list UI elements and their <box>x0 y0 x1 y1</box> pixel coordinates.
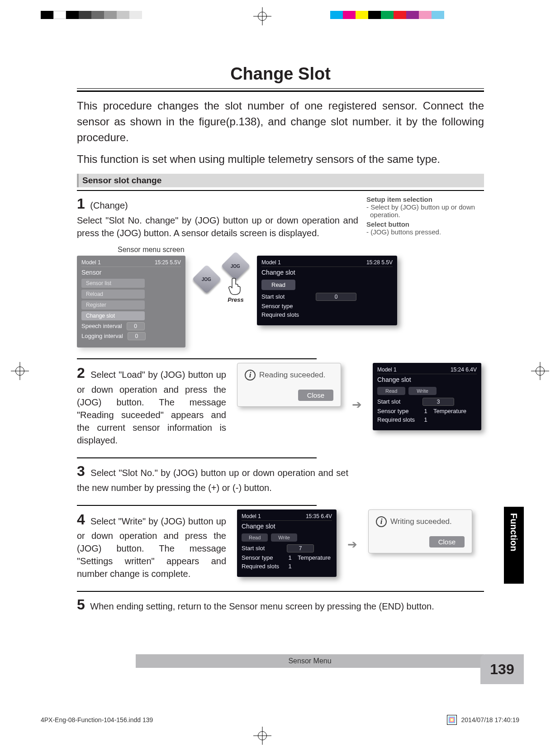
lcd4-read-button: Read <box>242 533 268 542</box>
side-notes: Setup item selection - Select by (JOG) b… <box>366 194 484 239</box>
lcd4-required-slots-label: Required slots <box>242 563 282 570</box>
lcd2-time: 15:28 5.5V <box>366 259 393 266</box>
lcd2-required-slots-label: Required slots <box>261 311 299 318</box>
dialog-writing-message: Writing suceeded. <box>390 517 452 526</box>
lcd4-sensor-type-idx: 1 <box>287 554 293 561</box>
page-title: Change Slot <box>77 64 484 84</box>
lcd1-item-speech: Speech interval <box>81 323 122 329</box>
fig1-caption: Sensor menu screen <box>118 246 484 254</box>
lcd-sensor-menu-faded: Model 115:25 5.5V Sensor Sensor list Rel… <box>77 256 185 347</box>
dialog-close-button-2[interactable]: Close <box>429 536 465 547</box>
page-number-tab: 139 <box>480 654 524 684</box>
step-5-text: 5 When ending setting, return to the Sen… <box>77 595 484 615</box>
lcd4-required-slots-value: 1 <box>287 563 293 570</box>
indd-date: 2014/07/18 17:40:19 <box>461 716 519 723</box>
intro-paragraph-2: This function is set when using multiple… <box>77 152 484 167</box>
lcd3-time: 15:24 6.4V <box>451 366 477 373</box>
lcd3-required-slots-value: 1 <box>422 416 429 423</box>
lcd4-write-button: Write <box>271 533 297 542</box>
lcd3-start-slot-label: Start slot <box>377 398 418 405</box>
dialog-writing-succeeded: i Writing suceeded. Close <box>368 509 472 553</box>
jog-press-icon: JOG Press <box>225 256 246 303</box>
jog-label-1: JOG <box>202 277 211 282</box>
lcd4-sensor-type-value: Temperature <box>298 554 331 561</box>
lcd-after-read: Model 115:24 6.4V Change slot Read Write… <box>373 363 481 430</box>
step-2-rule <box>77 358 317 359</box>
lcd4-start-slot-value: 7 <box>287 544 314 552</box>
printer-colorbar-right <box>330 11 444 19</box>
step-1-label: (Change) <box>90 200 128 210</box>
lcd2-model: Model 1 <box>261 259 281 266</box>
step-3-text: 3 Select "Slot No." by (JOG) button up o… <box>77 461 348 494</box>
step-3-number: 3 <box>77 461 85 481</box>
step-2-body: Select "Load" by (JOG) button up or down… <box>77 370 226 445</box>
registration-mark-top <box>253 7 271 25</box>
lcd2-read-button: Read <box>261 280 295 290</box>
step-1-text: 1 (Change) Select "Slot No. change" by (… <box>77 194 358 239</box>
registration-mark-bottom <box>253 727 271 745</box>
step-4-row: 4 Select "Write" by (JOG) button up or d… <box>77 509 484 581</box>
lcd1-speech-val: 0 <box>127 322 145 330</box>
note-heading-1: Setup item selection <box>366 195 484 203</box>
color-registration-icon <box>447 715 457 725</box>
info-icon: i <box>245 370 256 381</box>
dialog-reading-message: Reading suceeded. <box>259 371 326 380</box>
lcd1-logging-val: 0 <box>128 332 146 340</box>
dialog-reading-succeeded: i Reading suceeded. Close <box>237 363 341 407</box>
lcd3-sensor-type-value: Temperature <box>433 408 466 414</box>
lcd1-item-reload: Reload <box>81 290 145 299</box>
lcd-before-write: Model 115:35 6.4V Change slot Read Write… <box>237 509 337 577</box>
lcd-change-slot-initial: Model 115:28 5.5V Change slot Read Start… <box>257 256 397 325</box>
section-heading: Sensor slot change <box>77 174 484 187</box>
lcd3-start-slot-value: 3 <box>422 398 454 406</box>
lcd1-item-change-slot: Change slot <box>81 311 145 320</box>
step-1-row: 1 (Change) Select "Slot No. change" by (… <box>77 190 484 239</box>
step-2-number: 2 <box>77 363 85 383</box>
footer-label: Sensor Menu <box>136 654 484 668</box>
lcd3-required-slots-label: Required slots <box>377 416 418 423</box>
step-5-body: When ending setting, return to the Senso… <box>90 601 434 611</box>
dialog-close-button[interactable]: Close <box>298 390 333 401</box>
registration-mark-right <box>531 362 549 380</box>
note-value-2: - (JOG) buttons pressed. <box>370 228 484 236</box>
lcd3-read-button: Read <box>377 387 405 395</box>
indd-reference: 4PX-Eng-08-Function-104-156.indd 139 <box>41 716 153 723</box>
title-rule <box>77 88 484 92</box>
lcd1-item-sensor-list: Sensor list <box>81 279 145 288</box>
jog-left-right-icon: JOG <box>196 269 217 290</box>
lcd1-item-register: Register <box>81 300 145 309</box>
lcd4-heading: Change slot <box>242 523 332 530</box>
step-2-row: 2 Select "Load" by (JOG) button up or do… <box>77 363 484 447</box>
step-1-body: Select "Slot No. change" by (JOG) button… <box>77 215 358 238</box>
note-heading-2: Select button <box>366 220 484 228</box>
lcd4-sensor-type-label: Sensor type <box>242 554 282 561</box>
lcd3-heading: Change slot <box>377 376 477 383</box>
step-1-number: 1 <box>77 194 85 214</box>
step-4-text: 4 Select "Write" by (JOG) button up or d… <box>77 509 226 581</box>
press-label: Press <box>228 296 243 303</box>
arrow-right-icon-2: ➔ <box>347 538 357 552</box>
lcd2-start-slot-label: Start slot <box>261 293 311 300</box>
lcd3-write-button: Write <box>408 387 436 395</box>
step-2-text: 2 Select "Load" by (JOG) button up or do… <box>77 363 226 447</box>
lcd1-item-logging: Logging interval <box>81 333 123 339</box>
side-tab-function: Function <box>504 507 524 584</box>
lcd4-time: 15:35 6.4V <box>306 513 332 519</box>
lcd3-model: Model 1 <box>377 366 397 373</box>
step-4-body: Select "Write" by (JOG) button up or dow… <box>77 516 226 579</box>
lcd3-sensor-type-label: Sensor type <box>377 408 418 414</box>
lcd1-heading: Sensor <box>81 269 181 276</box>
lcd4-model: Model 1 <box>242 513 261 519</box>
note-value-1: - Select by (JOG) button up or down oper… <box>370 203 484 219</box>
step-5-number: 5 <box>77 595 85 615</box>
step-4-rule <box>77 505 317 506</box>
intro-paragraph-1: This procedure changes the slot number o… <box>77 98 484 145</box>
registration-mark-left <box>11 362 29 380</box>
footer-bar: Sensor Menu <box>136 654 484 668</box>
lcd2-heading: Change slot <box>261 269 393 276</box>
side-tab-label: Function <box>504 507 523 557</box>
hand-pointer-icon <box>228 277 244 295</box>
fig1-row: Model 115:25 5.5V Sensor Sensor list Rel… <box>77 256 484 347</box>
step-5-rule <box>77 591 484 592</box>
lcd2-sensor-type-label: Sensor type <box>261 303 293 309</box>
